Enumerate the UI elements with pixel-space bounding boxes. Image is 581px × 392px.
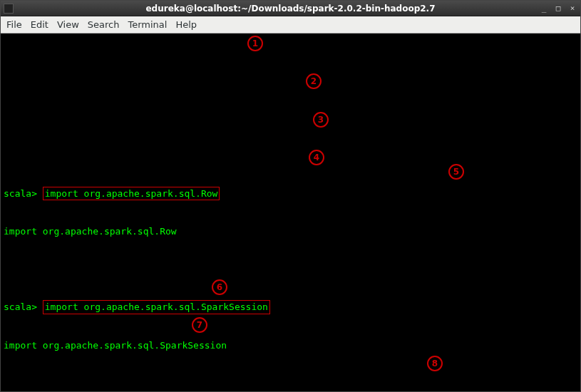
annotation-8: 8	[427, 356, 443, 371]
cmd-import-row: import org.apache.spark.sql.Row	[43, 187, 220, 201]
annotation-3: 3	[313, 112, 329, 128]
out-import-sparksession: import org.apache.spark.sql.SparkSession	[4, 340, 227, 351]
menu-terminal[interactable]: Terminal	[128, 19, 167, 30]
annotation-7: 7	[192, 317, 207, 333]
out-import-row: import org.apache.spark.sql.Row	[4, 226, 177, 237]
menu-file[interactable]: File	[6, 19, 22, 30]
annotation-4: 4	[309, 150, 324, 165]
app-icon	[4, 4, 14, 14]
menu-search[interactable]: Search	[88, 19, 120, 30]
window-controls: _ □ ×	[538, 3, 579, 14]
prompt: scala>	[4, 301, 37, 312]
menu-help[interactable]: Help	[175, 19, 197, 30]
menubar: File Edit View Search Terminal Help	[1, 16, 580, 33]
prompt: scala>	[4, 188, 37, 199]
titlebar: edureka@localhost:~/Downloads/spark-2.0.…	[1, 1, 580, 16]
annotation-6: 6	[212, 279, 227, 295]
annotation-5: 5	[448, 164, 464, 180]
menu-edit[interactable]: Edit	[31, 19, 48, 30]
annotation-1: 1	[247, 36, 263, 51]
window-title: edureka@localhost:~/Downloads/spark-2.0.…	[145, 4, 435, 14]
minimize-button[interactable]: _	[538, 3, 550, 14]
menu-view[interactable]: View	[57, 19, 79, 30]
close-button[interactable]: ×	[566, 3, 579, 14]
terminal-area[interactable]: 1 2 3 4 5 6 7 8 scala> import org.apache…	[1, 33, 580, 391]
maximize-button[interactable]: □	[552, 3, 565, 14]
cmd-import-sparksession: import org.apache.spark.sql.SparkSession	[43, 300, 270, 314]
annotation-2: 2	[306, 73, 322, 89]
